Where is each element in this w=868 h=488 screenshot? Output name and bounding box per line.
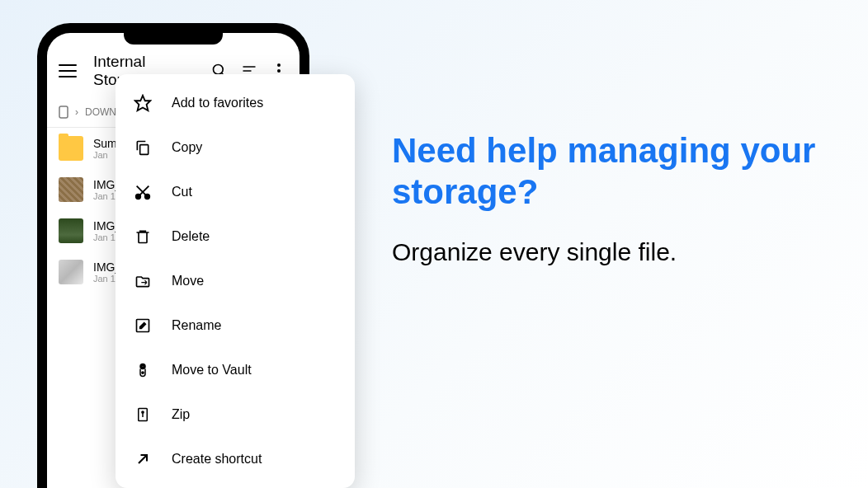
menu-label: Copy [172,140,202,155]
svg-rect-8 [59,106,68,118]
menu-label: Create shortcut [172,452,262,467]
svg-point-6 [277,69,281,73]
chevron-icon: › [75,106,78,118]
breadcrumb-text: DOWN [85,106,116,118]
move-icon [134,272,152,290]
svg-point-0 [214,65,224,75]
headline: Need help managing your storage? [392,130,829,214]
menu-item-rename[interactable]: Rename [116,303,355,348]
svg-point-20 [142,411,144,413]
cut-icon [134,183,152,201]
menu-label: Rename [172,318,221,333]
menu-item-vault[interactable]: Move to Vault [116,348,355,392]
shortcut-icon [134,450,152,468]
notch [124,33,223,45]
menu-label: Add to favorites [172,96,263,110]
device-icon [59,106,68,119]
subline: Organize every single file. [392,238,829,266]
menu-label: Move to Vault [172,363,252,378]
menu-label: Cut [172,185,192,199]
menu-item-copy[interactable]: Copy [116,125,355,170]
marketing-copy: Need help managing your storage? Organiz… [392,130,829,266]
star-icon [134,94,152,112]
menu-item-cut[interactable]: Cut [116,170,355,214]
context-menu: Add to favorites Copy Cut Delete Move Re… [116,74,355,488]
folder-icon [59,136,83,161]
image-thumbnail [59,218,83,243]
svg-point-5 [277,63,281,67]
menu-label: Move [172,274,204,289]
svg-line-22 [139,455,147,463]
svg-point-18 [142,372,144,373]
image-thumbnail [59,260,83,284]
edit-icon [134,317,152,335]
file-date: Jan [93,150,117,160]
svg-rect-10 [140,145,149,155]
menu-icon[interactable] [59,64,77,77]
file-name: Sum [93,137,117,150]
svg-point-17 [142,365,144,367]
menu-item-shortcut[interactable]: Create shortcut [116,437,355,481]
menu-label: Zip [172,407,190,422]
menu-item-zip[interactable]: Zip [116,392,355,437]
zip-icon [134,406,152,424]
image-thumbnail [59,177,83,202]
menu-label: Delete [172,229,210,244]
menu-item-move[interactable]: Move [116,259,355,303]
lock-icon [134,361,152,379]
copy-icon [134,138,152,157]
svg-marker-9 [135,96,150,110]
menu-item-delete[interactable]: Delete [116,214,355,259]
trash-icon [134,228,152,246]
menu-item-favorites[interactable]: Add to favorites [116,81,355,125]
